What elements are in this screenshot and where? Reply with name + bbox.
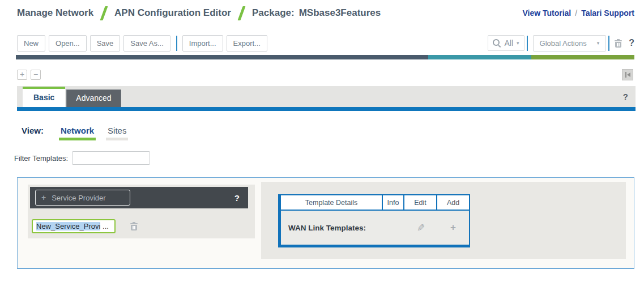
templates-panel: Template Details Info Edit Add WAN Link … — [261, 182, 626, 259]
collapse-panel-icon[interactable] — [622, 69, 633, 80]
toolbar-divider — [608, 36, 609, 51]
tab-help-icon[interactable]: ? — [623, 92, 628, 101]
service-provider-header: + Service Provider ? — [30, 187, 248, 208]
view-selector: View: Network Sites — [22, 126, 138, 140]
view-option-sites[interactable]: Sites — [106, 126, 128, 140]
collapse-all-button[interactable]: − — [31, 70, 41, 80]
service-provider-help-icon[interactable]: ? — [234, 193, 240, 203]
new-button[interactable]: New — [17, 35, 45, 52]
column-edit: Edit — [404, 195, 437, 210]
package-name: MSbase3Features — [299, 7, 381, 19]
add-service-provider-label: Service Provider — [52, 194, 105, 202]
toolbar-divider — [176, 36, 177, 51]
header-links: View Tutorial / Talari Support — [522, 8, 634, 18]
import-button[interactable]: Import... — [182, 35, 223, 52]
status-bar-segment-green — [531, 55, 634, 59]
view-tutorial-link[interactable]: View Tutorial — [522, 8, 571, 18]
talari-support-link[interactable]: Talari Support — [581, 8, 634, 18]
toolbar-help-icon[interactable]: ? — [629, 38, 634, 48]
column-add: Add — [437, 195, 469, 210]
link-separator: / — [571, 8, 581, 18]
trash-icon[interactable] — [615, 39, 622, 48]
service-provider-panel: + Service Provider ? New_Service_Provi .… — [28, 185, 255, 238]
toolbar-divider — [527, 36, 528, 51]
search-icon — [493, 39, 501, 47]
tree-controls-row: + − — [17, 69, 633, 80]
breadcrumb-slash-icon — [237, 6, 245, 20]
package-title: Package: MSbase3Features — [252, 7, 381, 19]
tab-basic[interactable]: Basic — [23, 87, 65, 107]
chevron-down-icon: ▾ — [517, 40, 519, 46]
filter-row: Filter Templates: — [14, 151, 150, 165]
global-actions-label: Global Actions — [540, 39, 587, 48]
save-as-button[interactable]: Save As... — [123, 35, 170, 52]
delete-service-provider-icon[interactable] — [130, 222, 138, 230]
apn-configuration-editor-screen: Manage Network APN Configuration Editor … — [0, 0, 644, 299]
status-bar-segment-slate — [16, 55, 428, 59]
column-template-details: Template Details — [281, 195, 383, 210]
template-details-table: Template Details Info Edit Add WAN Link … — [278, 194, 470, 247]
service-provider-row: New_Service_Provi ... — [32, 219, 138, 233]
breadcrumb-apn-config-editor: APN Configuration Editor — [114, 7, 231, 19]
table-header-row: Template Details Info Edit Add — [281, 195, 469, 210]
network-active-underline — [59, 138, 96, 140]
plus-icon: + — [41, 193, 46, 202]
column-info: Info — [383, 195, 404, 210]
breadcrumb-manage-network[interactable]: Manage Network — [17, 7, 93, 19]
filter-templates-input[interactable] — [72, 151, 150, 165]
search-scope-dropdown[interactable]: All ▾ — [488, 35, 524, 51]
export-button[interactable]: Export... — [227, 35, 267, 52]
chevron-down-icon: ▾ — [597, 40, 600, 46]
toolbar: New Open... Save Save As... Import... Ex… — [17, 35, 634, 52]
tab-bar: Basic Advanced ? — [17, 86, 636, 107]
network-workspace: + Service Provider ? New_Service_Provi .… — [17, 177, 634, 269]
page-header: Manage Network APN Configuration Editor … — [17, 5, 634, 21]
tab-advanced[interactable]: Advanced — [66, 89, 121, 107]
global-actions-dropdown[interactable]: Global Actions ▾ — [533, 35, 607, 52]
expand-all-button[interactable]: + — [17, 70, 27, 80]
open-button[interactable]: Open... — [49, 35, 87, 52]
view-option-network[interactable]: Network — [59, 126, 96, 140]
name-suffix: ... — [100, 222, 108, 230]
selected-text: New_Service_Provi — [36, 222, 100, 230]
wan-link-templates-label: WAN Link Templates: — [281, 224, 383, 232]
save-button[interactable]: Save — [90, 35, 121, 52]
status-color-bar — [16, 55, 634, 59]
tab-accent-bar — [17, 107, 636, 111]
sites-underline — [106, 138, 128, 140]
service-provider-name-input[interactable]: New_Service_Provi ... — [32, 219, 116, 233]
breadcrumb-slash-icon — [100, 6, 108, 20]
add-service-provider-button[interactable]: + Service Provider — [35, 190, 130, 206]
package-label: Package: — [252, 7, 295, 19]
view-label: View: — [22, 126, 44, 135]
add-wan-link-template-icon[interactable]: + — [450, 222, 456, 233]
status-bar-segment-teal — [428, 55, 531, 59]
search-scope-value: All — [504, 39, 513, 48]
edit-pencil-icon[interactable]: ✎ — [417, 222, 425, 234]
table-row-wan-link-templates: WAN Link Templates: ✎ + — [281, 210, 469, 245]
filter-templates-label: Filter Templates: — [14, 154, 68, 163]
breadcrumb: Manage Network APN Configuration Editor … — [17, 6, 381, 20]
